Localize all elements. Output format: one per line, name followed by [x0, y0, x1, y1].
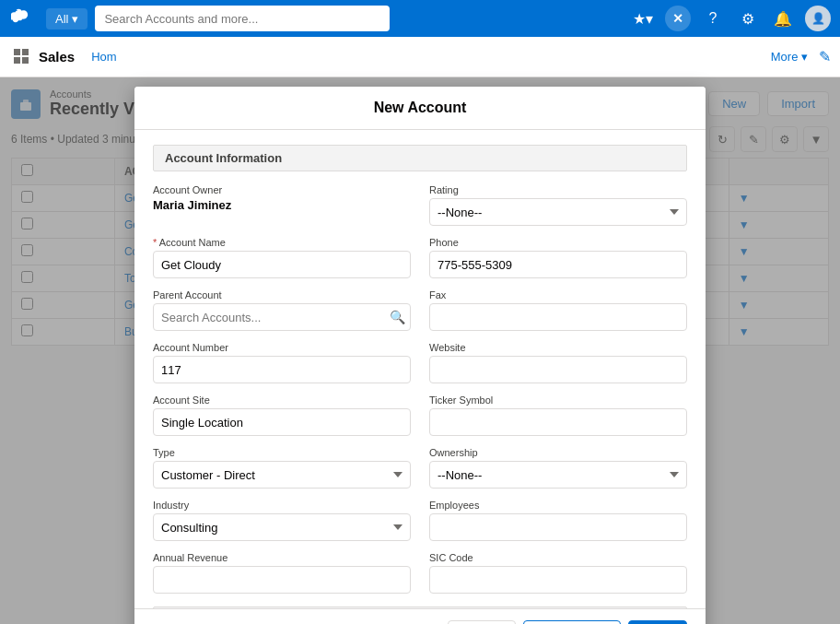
- industry-select[interactable]: --None-- Consulting Technology Finance: [153, 513, 411, 541]
- modal-overlay: New Account Account Information Account …: [0, 77, 840, 624]
- svg-rect-2: [14, 57, 20, 64]
- svg-rect-3: [22, 57, 29, 64]
- save-button[interactable]: Save: [628, 620, 687, 624]
- account-owner-label: Account Owner: [153, 184, 411, 195]
- top-navigation: All ▾ ★▾ ✕ ? ⚙ 🔔 👤: [0, 0, 840, 37]
- ticker-symbol-field: Ticker Symbol: [429, 394, 687, 436]
- account-owner-field: Account Owner Maria Jiminez: [153, 184, 411, 226]
- parent-account-input[interactable]: [153, 303, 411, 331]
- sic-code-label: SIC Code: [429, 552, 687, 563]
- fax-label: Fax: [429, 289, 687, 300]
- parent-account-label: Parent Account: [153, 289, 411, 300]
- account-name-field: Account Name: [153, 237, 411, 278]
- setup-icon-button[interactable]: ⚙: [735, 6, 761, 31]
- help-icon-button[interactable]: ?: [700, 6, 726, 31]
- close-icon-button[interactable]: ✕: [665, 6, 691, 31]
- account-name-label: Account Name: [153, 237, 411, 248]
- website-label: Website: [429, 342, 687, 353]
- account-site-input[interactable]: [153, 408, 411, 436]
- app-title: Sales: [39, 49, 75, 65]
- global-search-input[interactable]: [95, 6, 390, 31]
- modal-footer: Cancel Save & New Save: [134, 608, 706, 624]
- phone-label: Phone: [429, 237, 687, 248]
- modal-title: New Account: [153, 100, 687, 116]
- annual-revenue-field: Annual Revenue: [153, 552, 411, 594]
- account-site-field: Account Site: [153, 394, 411, 436]
- account-number-field: Account Number: [153, 342, 411, 383]
- notifications-icon-button[interactable]: 🔔: [770, 6, 796, 31]
- more-menu[interactable]: More ▾: [771, 50, 808, 64]
- save-new-button[interactable]: Save & New: [523, 620, 621, 624]
- new-account-modal: New Account Account Information Account …: [134, 87, 706, 624]
- modal-body[interactable]: Account Information Account Owner Maria …: [134, 130, 706, 608]
- account-number-label: Account Number: [153, 342, 411, 353]
- edit-nav-icon[interactable]: ✎: [819, 48, 831, 65]
- app-navigation: Sales Hom More ▾ ✎: [0, 37, 840, 77]
- ticker-symbol-input[interactable]: [429, 408, 687, 436]
- rating-label: Rating: [429, 184, 687, 195]
- modal-header: New Account: [134, 87, 706, 130]
- employees-field: Employees: [429, 500, 687, 541]
- ticker-symbol-label: Ticker Symbol: [429, 394, 687, 406]
- annual-revenue-input[interactable]: [153, 566, 411, 594]
- employees-label: Employees: [429, 500, 687, 511]
- parent-account-search-icon[interactable]: 🔍: [390, 310, 405, 324]
- ownership-field: Ownership --None-- Public Private: [429, 447, 687, 489]
- app-grid-icon[interactable]: [9, 44, 35, 70]
- fax-field: Fax: [429, 289, 687, 331]
- account-site-label: Account Site: [153, 394, 411, 406]
- nav-item-home[interactable]: Hom: [82, 46, 125, 67]
- type-label: Type: [153, 447, 411, 458]
- sic-code-input[interactable]: [429, 566, 687, 594]
- parent-account-field: Parent Account 🔍: [153, 289, 411, 331]
- svg-rect-1: [22, 49, 29, 55]
- main-area: Accounts Recently Vi... New Import 6 Ite…: [0, 77, 840, 624]
- account-number-input[interactable]: [153, 356, 411, 383]
- account-owner-value: Maria Jiminez: [153, 198, 411, 212]
- ownership-label: Ownership: [429, 447, 687, 458]
- industry-label: Industry: [153, 500, 411, 511]
- cancel-button[interactable]: Cancel: [448, 620, 516, 624]
- favorites-icon-button[interactable]: ★▾: [630, 6, 656, 31]
- salesforce-logo[interactable]: [9, 4, 39, 33]
- fax-input[interactable]: [429, 303, 687, 331]
- account-info-section-header: Account Information: [153, 145, 687, 171]
- user-avatar[interactable]: 👤: [805, 6, 831, 31]
- top-nav-icons: ★▾ ✕ ? ⚙ 🔔 👤: [630, 6, 831, 31]
- type-select[interactable]: --None-- Customer - Direct Customer - Ch…: [153, 461, 411, 489]
- sic-code-field: SIC Code: [429, 552, 687, 594]
- phone-input[interactable]: [429, 251, 687, 278]
- parent-account-search-wrapper: 🔍: [153, 303, 411, 331]
- website-input[interactable]: [429, 356, 687, 383]
- website-field: Website: [429, 342, 687, 383]
- svg-rect-0: [14, 49, 20, 55]
- employees-input[interactable]: [429, 513, 687, 541]
- ownership-select[interactable]: --None-- Public Private: [429, 461, 687, 489]
- all-dropdown-button[interactable]: All ▾: [46, 8, 88, 29]
- account-name-input[interactable]: [153, 251, 411, 278]
- annual-revenue-label: Annual Revenue: [153, 552, 411, 563]
- phone-field: Phone: [429, 237, 687, 278]
- industry-field: Industry --None-- Consulting Technology …: [153, 500, 411, 541]
- rating-field: Rating --None-- Hot Warm Cold: [429, 184, 687, 226]
- type-field: Type --None-- Customer - Direct Customer…: [153, 447, 411, 489]
- rating-select[interactable]: --None-- Hot Warm Cold: [429, 198, 687, 226]
- account-info-form: Account Owner Maria Jiminez Rating --Non…: [153, 184, 687, 594]
